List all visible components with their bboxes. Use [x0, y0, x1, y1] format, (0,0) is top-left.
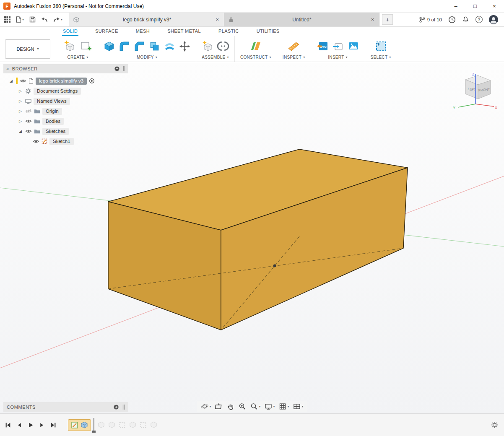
tree-item-label[interactable]: Document Settings [34, 88, 81, 95]
close-tab-icon[interactable]: × [370, 16, 375, 23]
combine-icon[interactable] [149, 41, 160, 52]
suppressed-feature-icon[interactable] [140, 421, 147, 428]
document-tab-inactive[interactable]: Untitled* × [224, 13, 379, 26]
tree-item-sketches[interactable]: ◢ Sketches [3, 126, 128, 136]
tree-item-origin[interactable]: ▷ Origin [3, 106, 128, 116]
group-label-construct[interactable]: CONSTRUCT ▾ [240, 55, 271, 60]
group-label-select[interactable]: SELECT ▾ [371, 55, 391, 60]
suppressed-feature-icon[interactable] [108, 421, 115, 428]
tree-item-sketch1[interactable]: Sketch1 [3, 136, 128, 146]
expanded-arrow-icon[interactable]: ◢ [18, 129, 23, 133]
joint-icon[interactable] [217, 40, 229, 52]
measure-icon[interactable] [288, 40, 300, 52]
root-document-label[interactable]: lego brick simplify v3 [36, 78, 87, 85]
fillet-icon[interactable] [119, 41, 130, 52]
suppressed-feature-icon[interactable] [150, 421, 157, 428]
group-label-insert[interactable]: INSERT ▾ [328, 55, 348, 60]
tab-plastic[interactable]: PLASTIC [218, 29, 240, 36]
close-tab-icon[interactable]: × [215, 16, 220, 23]
version-indicator[interactable]: 9 of 10 [419, 17, 442, 23]
zoom-button[interactable] [237, 402, 247, 411]
step-back-button[interactable] [16, 422, 22, 428]
tab-sheet-metal[interactable]: SHEET METAL [166, 29, 202, 36]
redo-button[interactable]: ▾ [53, 17, 62, 23]
insert-derive-icon[interactable] [332, 40, 344, 52]
canvas-image-icon[interactable] [348, 40, 359, 52]
save-button[interactable] [29, 16, 36, 23]
move-copy-icon[interactable] [179, 41, 190, 52]
select-icon[interactable] [374, 40, 387, 52]
suppressed-feature-icon[interactable] [119, 421, 126, 428]
pan-button[interactable] [225, 402, 236, 411]
skip-to-end-button[interactable] [50, 422, 56, 428]
expanded-arrow-icon[interactable]: ◢ [8, 79, 14, 83]
timeline-sketch-feature[interactable] [71, 421, 78, 429]
document-tab-active[interactable]: lego brick simplify v3* × [69, 13, 224, 26]
file-menu-button[interactable]: ▾ [16, 16, 24, 23]
zoom-options-button[interactable]: ▾ [249, 402, 262, 411]
group-label-inspect[interactable]: INSPECT ▾ [283, 55, 305, 60]
collapsed-arrow-icon[interactable]: ▷ [18, 89, 23, 93]
tree-item-label[interactable]: Sketches [42, 128, 69, 135]
insert-svg-icon[interactable]: SVG [317, 40, 328, 52]
suppressed-feature-icon[interactable] [129, 421, 136, 428]
display-settings-button[interactable]: ▾ [263, 402, 276, 411]
expand-comments-icon[interactable] [113, 404, 119, 410]
new-component-icon[interactable] [63, 40, 76, 52]
group-label-create[interactable]: CREATE ▾ [68, 55, 88, 60]
view-cube[interactable]: LEFT FRONT Z Y X [451, 71, 498, 112]
tree-root-row[interactable]: ◢ lego brick simplify v3 [3, 76, 128, 86]
timeline-settings-button[interactable] [491, 421, 498, 428]
activate-target-icon[interactable] [89, 78, 95, 84]
tree-item-bodies[interactable]: ▷ Bodies [3, 116, 128, 126]
app-grid-button[interactable] [4, 16, 10, 23]
brick-body[interactable] [108, 149, 408, 330]
tree-item-label[interactable]: Origin [42, 108, 62, 115]
tree-item-named-views[interactable]: ▷ Named Views [3, 96, 128, 106]
visibility-eye-icon[interactable] [25, 119, 32, 124]
collapsed-arrow-icon[interactable]: ▷ [18, 119, 23, 123]
timeline-position-marker[interactable] [94, 418, 94, 432]
sketch-center-point[interactable] [273, 265, 276, 267]
job-status-clock-icon[interactable] [448, 16, 456, 23]
panel-grip-icon[interactable] [123, 66, 125, 71]
suppressed-feature-icon[interactable] [98, 421, 105, 428]
collapse-panel-icon[interactable]: « [6, 66, 9, 71]
collapsed-arrow-icon[interactable]: ▷ [18, 99, 23, 103]
workspace-selector[interactable]: DESIGN ▾ [5, 39, 50, 59]
visibility-eye-icon[interactable] [25, 129, 32, 134]
timeline-track[interactable] [68, 418, 157, 432]
tree-item-label[interactable]: Named Views [34, 98, 70, 105]
browser-header[interactable]: « BROWSER [3, 64, 128, 73]
orbit-button[interactable]: ▾ [199, 402, 212, 411]
undo-button[interactable] [41, 17, 48, 23]
shell-icon[interactable] [164, 41, 175, 52]
step-forward-button[interactable] [39, 422, 45, 428]
modeling-viewport[interactable]: « BROWSER ◢ [0, 62, 504, 413]
skip-to-start-button[interactable] [5, 422, 11, 428]
grid-settings-button[interactable]: ▾ [278, 402, 291, 411]
panel-grip-icon[interactable] [122, 405, 125, 410]
new-document-tab-button[interactable]: + [382, 14, 393, 25]
chamfer-icon[interactable] [134, 41, 145, 52]
maximize-button[interactable]: □ [465, 0, 485, 12]
tab-utilities[interactable]: UTILITIES [256, 29, 281, 36]
minimize-button[interactable]: – [446, 0, 465, 12]
visibility-eye-icon[interactable] [33, 139, 39, 144]
group-label-assemble[interactable]: ASSEMBLE ▾ [202, 55, 229, 60]
user-avatar[interactable] [489, 15, 498, 24]
tab-surface[interactable]: SURFACE [94, 29, 119, 36]
tree-item-label[interactable]: Sketch1 [49, 138, 74, 145]
viewports-button[interactable]: ▾ [292, 402, 305, 411]
collapse-all-icon[interactable] [114, 66, 120, 72]
create-sketch-icon[interactable] [80, 40, 92, 52]
visibility-off-eye-icon[interactable] [25, 109, 32, 114]
tree-item-label[interactable]: Bodies [42, 118, 64, 125]
notifications-bell-icon[interactable] [462, 16, 469, 23]
comments-panel-header[interactable]: COMMENTS [3, 402, 128, 412]
tab-solid[interactable]: SOLID [62, 29, 78, 36]
press-pull-icon[interactable] [104, 41, 115, 52]
tree-item-document-settings[interactable]: ▷ Document Settings [3, 86, 128, 96]
tab-mesh[interactable]: MESH [135, 29, 151, 36]
timeline-extrude-feature[interactable] [81, 421, 88, 429]
